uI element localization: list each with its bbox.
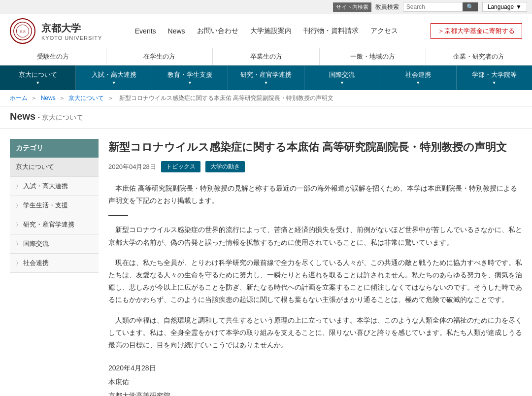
chevron-down-icon: ▼ (188, 80, 192, 85)
university-logo: 京大 (10, 18, 35, 44)
menu-about[interactable]: 京大について ▼ (0, 66, 76, 90)
content-wrapper: カテゴリ 京大について 入試・高大連携 学生生活・支援 研究・産官学連携 国際交… (0, 129, 532, 396)
audience-graduates[interactable]: 卒業生の方 (213, 48, 319, 65)
header-nav: Events News お問い合わせ 大学施設案内 刊行物・資料請求 アクセス (135, 27, 398, 35)
breadcrumb-about[interactable]: 京大について (68, 95, 104, 101)
logo-text: 京都大学 KYOTO UNIVERSITY (41, 22, 102, 41)
chevron-down-icon: ▼ (516, 3, 522, 10)
menu-international[interactable]: 国際交流 ▼ (304, 66, 380, 90)
sidebar-item-student-life[interactable]: 学生生活・支援 (10, 196, 99, 215)
chevron-down-icon: ▼ (416, 80, 420, 85)
audience-public[interactable]: 一般・地域の方 (320, 48, 426, 65)
nav-publications[interactable]: 刊行物・資料請求 (303, 27, 359, 35)
article-paragraph-3: 人類の幸福は、自然環境と調和して共生するという原理の上に立っています。本学は、こ… (108, 314, 522, 352)
article-footer: 2020年4月28日 本庶佑 京都大学高等研究院 副院長・特別教授 (108, 361, 522, 396)
audience-students[interactable]: 在学生の方 (106, 48, 213, 65)
chevron-down-icon: ▼ (35, 80, 40, 85)
sidebar-item-about[interactable]: 京大について (10, 158, 99, 177)
menu-education[interactable]: 教育・学生支援 ▼ (152, 66, 228, 90)
sidebar-category-title: カテゴリ (10, 139, 99, 158)
nav-news[interactable]: News (168, 27, 185, 35)
audience-nav: 受験生の方 在学生の方 卒業生の方 一般・地域の方 企業・研究者の方 (0, 48, 532, 66)
main-navigation: 京大について ▼ 入試・高大連携 ▼ 教育・学生支援 ▼ 研究・産官学連携 ▼ … (0, 66, 532, 90)
breadcrumb-news[interactable]: News (41, 95, 56, 101)
footer-org: 京都大学高等研究院 (108, 389, 522, 396)
teacher-search-label: 教員検索 (375, 3, 399, 11)
language-button[interactable]: Language ▼ (482, 2, 527, 12)
search-button[interactable]: 🔍 (463, 2, 478, 11)
article-body: 本庶佑 高等研究院副院長・特別教授の見解と称する最近の一部の海外報道が誤解を招く… (108, 182, 522, 351)
sidebar-item-research[interactable]: 研究・産官学連携 (10, 215, 99, 234)
search-box[interactable]: 🔍 (403, 2, 478, 12)
menu-research[interactable]: 研究・産官学連携 ▼ (228, 66, 304, 90)
footer-date: 2020年4月28日 (108, 361, 522, 375)
nav-facilities[interactable]: 大学施設案内 (250, 27, 292, 35)
university-name-en: KYOTO UNIVERSITY (41, 35, 102, 41)
chevron-down-icon: ▼ (492, 80, 497, 85)
sidebar-item-social[interactable]: 社会連携 (10, 254, 99, 273)
audience-applicants[interactable]: 受験生の方 (0, 48, 106, 65)
top-utility-bar: サイト内検索 教員検索 🔍 Language ▼ (0, 0, 532, 14)
article-paragraph-2: 現在は、私たち全員が、とりわけ科学研究の最前線で全力を尽くしている人々が、この共… (108, 257, 522, 306)
article-date: 2020年04月28日 (108, 163, 156, 171)
breadcrumb: ホーム ＞ News ＞ 京大について ＞ 新型コロナウイルス感染症に関する本庶… (0, 90, 532, 107)
donate-button[interactable]: ＞京都大学基金に寄附する (431, 23, 522, 39)
menu-faculties[interactable]: 学部・大学院等 ▼ (457, 66, 532, 90)
chevron-down-icon: ▼ (264, 80, 268, 85)
chevron-down-icon: ▼ (340, 80, 344, 85)
tag-topics: トピックス (161, 161, 200, 172)
site-header: 京大 京都大学 KYOTO UNIVERSITY Events News お問い… (0, 14, 532, 48)
breadcrumb-current: 新型コロナウイルス感染症に関する本庶佑 高等研究院副院長・特別教授の声明文 (119, 95, 333, 101)
nav-access[interactable]: アクセス (370, 27, 398, 35)
nav-contact[interactable]: お問い合わせ (197, 27, 238, 35)
sidebar-item-international[interactable]: 国際交流 (10, 234, 99, 254)
svg-text:京大: 京大 (20, 30, 26, 33)
breadcrumb-home[interactable]: ホーム (10, 95, 28, 101)
main-content: 新型コロナウイルス感染症に関する本庶佑 高等研究院副院長・特別教授の声明文 20… (108, 139, 522, 396)
search-input[interactable] (403, 2, 463, 11)
tag-university: 大学の動き (205, 161, 245, 172)
university-name-ja: 京都大学 (41, 22, 102, 35)
page-title-bar: News - 京大について (0, 107, 532, 129)
page-title-main: News (10, 111, 35, 122)
sidebar: カテゴリ 京大について 入試・高大連携 学生生活・支援 研究・産官学連携 国際交… (10, 139, 99, 396)
nav-events[interactable]: Events (135, 27, 156, 35)
logo-area: 京大 京都大学 KYOTO UNIVERSITY (10, 18, 102, 44)
menu-admission[interactable]: 入試・高大連携 ▼ (76, 66, 152, 90)
site-search-label: サイト内検索 (333, 2, 371, 12)
article-divider (108, 215, 128, 216)
menu-social[interactable]: 社会連携 ▼ (380, 66, 456, 90)
article-meta: 2020年04月28日 トピックス 大学の動き (108, 161, 522, 172)
audience-researchers[interactable]: 企業・研究者の方 (426, 48, 532, 65)
footer-name: 本庶佑 (108, 375, 522, 389)
chevron-down-icon: ▼ (112, 80, 116, 85)
article-title: 新型コロナウイルス感染症に関する本庶佑 高等研究院副院長・特別教授の声明文 (108, 139, 522, 155)
article-paragraph-1: 新型コロナウイルス感染症の世界的流行によって、苦痛と経済的損失を受け、前例がない… (108, 224, 522, 248)
sidebar-item-admission[interactable]: 入試・高大連携 (10, 177, 99, 196)
page-title-sub: - 京大について (37, 113, 83, 121)
article-intro: 本庶佑 高等研究院副院長・特別教授の見解と称する最近の一部の海外報道が誤解を招く… (108, 182, 522, 207)
